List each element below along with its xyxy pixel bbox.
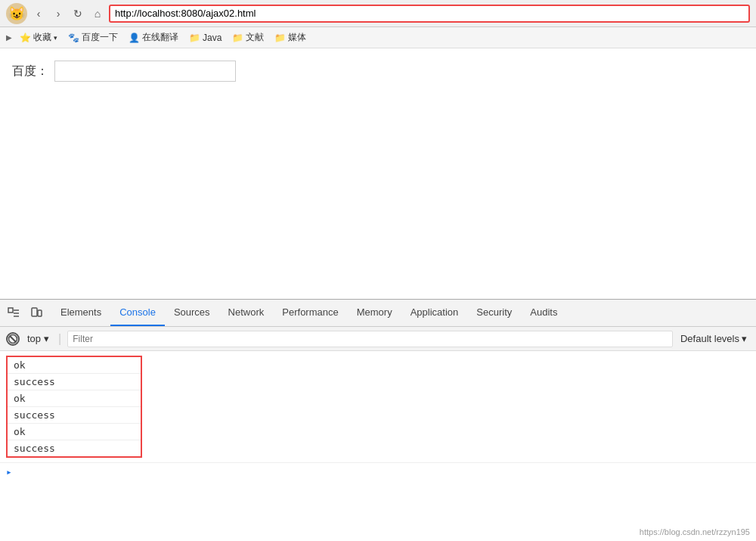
console-output: ok success ok success ok success ▸	[0, 351, 756, 541]
tab-security[interactable]: Security	[467, 300, 521, 326]
bookmark-label-literature: 文献	[246, 31, 264, 44]
svg-line-7	[10, 335, 17, 342]
bookmark-label-java: Java	[203, 33, 222, 43]
bookmark-label-baidu: 百度一下	[82, 31, 118, 44]
default-levels-arrow: ▾	[742, 333, 747, 344]
bookmark-label-media: 媒体	[288, 31, 306, 44]
context-selector[interactable]: top ▾	[24, 331, 52, 346]
baidu-label-text: 百度：	[12, 64, 48, 79]
console-prompt-icon[interactable]: ▸	[6, 466, 12, 477]
bookmarks-bar: ▶ ⭐ 收藏 ▾ 🐾 百度一下 👤 在线翻译 📁 Java 📁 文献 📁 媒体	[0, 27, 756, 48]
console-line-1: ok	[8, 357, 141, 374]
svg-rect-4	[32, 308, 37, 316]
console-line-3: ok	[8, 390, 141, 407]
tab-application[interactable]: Application	[401, 300, 468, 326]
inspect-element-button[interactable]	[3, 303, 24, 324]
baidu-section: 百度：	[12, 61, 744, 82]
bookmark-item-literature[interactable]: 📁 文献	[229, 30, 267, 45]
svg-point-6	[9, 334, 17, 343]
folder-literature-icon: 📁	[232, 33, 243, 43]
default-levels-button[interactable]: Default levels ▾	[677, 331, 750, 346]
console-line-5: ok	[8, 424, 141, 440]
context-selector-arrow: ▾	[44, 333, 49, 344]
tab-audits[interactable]: Audits	[521, 300, 566, 326]
reload-button[interactable]: ↻	[70, 5, 86, 22]
url-input[interactable]	[109, 5, 750, 23]
browser-titlebar: 😺 ‹ › ↻ ⌂	[0, 0, 756, 27]
devtools-toolbar: Elements Console Sources Network Perform…	[0, 300, 756, 327]
no-ban-icon[interactable]	[6, 332, 20, 346]
bookmark-label-translate: 在线翻译	[142, 31, 178, 44]
console-messages-box: ok success ok success ok success	[6, 356, 142, 458]
home-button[interactable]: ⌂	[89, 5, 106, 22]
avatar: 😺	[6, 3, 27, 24]
tab-network[interactable]: Network	[219, 300, 274, 326]
translate-icon: 👤	[129, 33, 140, 43]
tab-performance[interactable]: Performance	[273, 300, 347, 326]
tab-memory[interactable]: Memory	[348, 300, 401, 326]
back-button[interactable]: ‹	[30, 5, 47, 22]
baidu-icon: 🐾	[68, 33, 79, 43]
bookmark-label-collect: 收藏	[33, 31, 51, 44]
star-icon: ⭐	[20, 33, 31, 43]
svg-rect-5	[38, 310, 42, 316]
devtools-panel: Elements Console Sources Network Perform…	[0, 299, 756, 541]
tab-console[interactable]: Console	[110, 300, 165, 326]
console-input-line: ▸	[0, 462, 756, 480]
console-toolbar: top ▾ | Default levels ▾	[0, 327, 756, 351]
context-selector-label: top	[27, 333, 41, 344]
bookmark-item-translate[interactable]: 👤 在线翻译	[125, 30, 181, 45]
devtools-tabs: Elements Console Sources Network Perform…	[48, 300, 753, 326]
console-line-4: success	[8, 407, 141, 424]
tab-elements[interactable]: Elements	[51, 300, 110, 326]
svg-rect-0	[8, 308, 13, 312]
bookmark-arrow-collect: ▾	[54, 34, 57, 42]
device-toggle-button[interactable]	[26, 303, 47, 324]
console-filter-input[interactable]	[67, 331, 673, 347]
tab-sources[interactable]: Sources	[165, 300, 219, 326]
bookmarks-chevron[interactable]: ▶	[6, 33, 12, 42]
console-line-6: success	[8, 440, 141, 456]
folder-java-icon: 📁	[189, 33, 200, 43]
folder-media-icon: 📁	[274, 33, 286, 43]
baidu-search-input[interactable]	[54, 61, 236, 82]
toolbar-separator: |	[58, 332, 61, 346]
watermark: https://blog.csdn.net/rzzyn195	[640, 527, 750, 536]
console-line-2: success	[8, 374, 141, 390]
page-content: 百度：	[0, 48, 756, 299]
bookmark-item-media[interactable]: 📁 媒体	[271, 30, 309, 45]
forward-button[interactable]: ›	[50, 5, 67, 22]
bookmark-item-collect[interactable]: ⭐ 收藏 ▾	[17, 30, 60, 45]
bookmark-item-baidu[interactable]: 🐾 百度一下	[65, 30, 121, 45]
default-levels-label: Default levels	[680, 333, 739, 344]
bookmark-item-java[interactable]: 📁 Java	[186, 31, 225, 45]
